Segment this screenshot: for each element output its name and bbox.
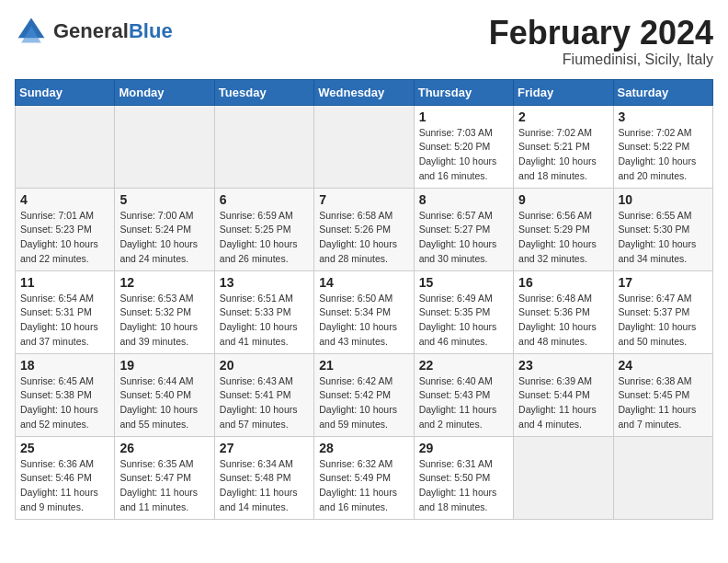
day-number: 23: [518, 358, 608, 373]
calendar-body: 1Sunrise: 7:03 AMSunset: 5:20 PMDaylight…: [16, 105, 713, 519]
day-info: Sunrise: 6:43 AMSunset: 5:41 PMDaylight:…: [220, 374, 309, 432]
day-info: Sunrise: 6:56 AMSunset: 5:29 PMDaylight:…: [518, 209, 608, 267]
logo-blue-text: Blue: [129, 19, 173, 42]
calendar-cell: 23Sunrise: 6:39 AMSunset: 5:44 PMDayligh…: [514, 353, 613, 436]
day-number: 6: [220, 192, 309, 207]
day-info: Sunrise: 6:31 AMSunset: 5:50 PMDaylight:…: [419, 457, 508, 515]
calendar-week-2: 4Sunrise: 7:01 AMSunset: 5:23 PMDaylight…: [16, 188, 713, 270]
calendar-cell: [613, 436, 712, 519]
day-info: Sunrise: 6:53 AMSunset: 5:32 PMDaylight:…: [119, 292, 209, 350]
calendar-cell: 18Sunrise: 6:45 AMSunset: 5:38 PMDayligh…: [16, 353, 115, 436]
calendar-cell: 7Sunrise: 6:58 AMSunset: 5:26 PMDaylight…: [314, 188, 414, 270]
calendar-cell: 15Sunrise: 6:49 AMSunset: 5:35 PMDayligh…: [414, 270, 513, 353]
calendar-week-3: 11Sunrise: 6:54 AMSunset: 5:31 PMDayligh…: [16, 270, 713, 353]
calendar-week-5: 25Sunrise: 6:36 AMSunset: 5:46 PMDayligh…: [16, 436, 713, 519]
day-number: 9: [518, 192, 608, 207]
day-info: Sunrise: 6:47 AMSunset: 5:37 PMDaylight:…: [619, 292, 708, 350]
day-number: 2: [518, 109, 608, 124]
day-of-week-header: SundayMondayTuesdayWednesdayThursdayFrid…: [16, 79, 713, 105]
day-of-week-monday: Monday: [115, 79, 214, 105]
calendar-cell: 10Sunrise: 6:55 AMSunset: 5:30 PMDayligh…: [613, 188, 712, 270]
calendar-table: SundayMondayTuesdayWednesdayThursdayFrid…: [15, 79, 713, 520]
calendar-week-1: 1Sunrise: 7:03 AMSunset: 5:20 PMDaylight…: [16, 105, 713, 188]
calendar-week-4: 18Sunrise: 6:45 AMSunset: 5:38 PMDayligh…: [16, 353, 713, 436]
day-number: 3: [619, 109, 708, 124]
day-info: Sunrise: 6:38 AMSunset: 5:45 PMDaylight:…: [619, 374, 708, 432]
day-number: 17: [619, 275, 708, 290]
calendar-cell: 4Sunrise: 7:01 AMSunset: 5:23 PMDaylight…: [16, 188, 115, 270]
calendar-cell: 28Sunrise: 6:32 AMSunset: 5:49 PMDayligh…: [314, 436, 414, 519]
day-of-week-tuesday: Tuesday: [214, 79, 313, 105]
day-info: Sunrise: 6:51 AMSunset: 5:33 PMDaylight:…: [220, 292, 309, 350]
day-number: 27: [220, 441, 309, 455]
day-of-week-saturday: Saturday: [613, 79, 712, 105]
calendar-cell: 17Sunrise: 6:47 AMSunset: 5:37 PMDayligh…: [613, 270, 712, 353]
day-info: Sunrise: 6:44 AMSunset: 5:40 PMDaylight:…: [119, 374, 209, 432]
day-number: 1: [419, 109, 508, 124]
day-number: 7: [319, 192, 408, 207]
day-info: Sunrise: 6:34 AMSunset: 5:48 PMDaylight:…: [220, 457, 309, 515]
day-number: 16: [518, 275, 608, 290]
title-block: February 2024 Fiumedinisi, Sicily, Italy: [489, 15, 713, 68]
day-info: Sunrise: 6:58 AMSunset: 5:26 PMDaylight:…: [319, 209, 408, 267]
day-number: 29: [419, 441, 508, 455]
day-number: 15: [419, 275, 508, 290]
day-number: 25: [20, 441, 109, 455]
calendar-cell: 26Sunrise: 6:35 AMSunset: 5:47 PMDayligh…: [115, 436, 214, 519]
day-info: Sunrise: 6:59 AMSunset: 5:25 PMDaylight:…: [220, 209, 309, 267]
day-info: Sunrise: 7:02 AMSunset: 5:22 PMDaylight:…: [619, 126, 708, 184]
day-info: Sunrise: 6:39 AMSunset: 5:44 PMDaylight:…: [518, 374, 608, 432]
day-info: Sunrise: 7:01 AMSunset: 5:23 PMDaylight:…: [20, 209, 109, 267]
day-info: Sunrise: 6:32 AMSunset: 5:49 PMDaylight:…: [319, 457, 408, 515]
day-number: 4: [20, 192, 109, 207]
calendar-cell: [115, 105, 214, 188]
calendar-cell: 9Sunrise: 6:56 AMSunset: 5:29 PMDaylight…: [514, 188, 613, 270]
day-number: 19: [119, 358, 209, 373]
calendar-cell: 1Sunrise: 7:03 AMSunset: 5:20 PMDaylight…: [414, 105, 513, 188]
day-number: 24: [619, 358, 708, 373]
day-number: 12: [119, 275, 209, 290]
calendar-cell: [16, 105, 115, 188]
day-info: Sunrise: 6:36 AMSunset: 5:46 PMDaylight:…: [20, 457, 109, 515]
day-number: 13: [220, 275, 309, 290]
calendar-cell: 14Sunrise: 6:50 AMSunset: 5:34 PMDayligh…: [314, 270, 414, 353]
calendar-cell: 25Sunrise: 6:36 AMSunset: 5:46 PMDayligh…: [16, 436, 115, 519]
day-info: Sunrise: 6:57 AMSunset: 5:27 PMDaylight:…: [419, 209, 508, 267]
day-info: Sunrise: 6:42 AMSunset: 5:42 PMDaylight:…: [319, 374, 408, 432]
calendar-cell: 27Sunrise: 6:34 AMSunset: 5:48 PMDayligh…: [214, 436, 313, 519]
calendar-cell: 3Sunrise: 7:02 AMSunset: 5:22 PMDaylight…: [613, 105, 712, 188]
day-number: 10: [619, 192, 708, 207]
calendar-cell: 13Sunrise: 6:51 AMSunset: 5:33 PMDayligh…: [214, 270, 313, 353]
day-number: 5: [119, 192, 209, 207]
day-of-week-wednesday: Wednesday: [314, 79, 414, 105]
day-of-week-sunday: Sunday: [16, 79, 115, 105]
day-info: Sunrise: 6:45 AMSunset: 5:38 PMDaylight:…: [20, 374, 109, 432]
day-number: 18: [20, 358, 109, 373]
calendar-cell: 2Sunrise: 7:02 AMSunset: 5:21 PMDaylight…: [514, 105, 613, 188]
page-title: February 2024: [489, 15, 713, 52]
calendar-cell: 19Sunrise: 6:44 AMSunset: 5:40 PMDayligh…: [115, 353, 214, 436]
calendar-cell: 24Sunrise: 6:38 AMSunset: 5:45 PMDayligh…: [613, 353, 712, 436]
logo-icon: [15, 15, 48, 48]
day-info: Sunrise: 7:02 AMSunset: 5:21 PMDaylight:…: [518, 126, 608, 184]
day-number: 11: [20, 275, 109, 290]
day-info: Sunrise: 6:50 AMSunset: 5:34 PMDaylight:…: [319, 292, 408, 350]
day-info: Sunrise: 6:55 AMSunset: 5:30 PMDaylight:…: [619, 209, 708, 267]
day-info: Sunrise: 6:40 AMSunset: 5:43 PMDaylight:…: [419, 374, 508, 432]
day-number: 22: [419, 358, 508, 373]
day-of-week-friday: Friday: [514, 79, 613, 105]
calendar-cell: 29Sunrise: 6:31 AMSunset: 5:50 PMDayligh…: [414, 436, 513, 519]
calendar-cell: 11Sunrise: 6:54 AMSunset: 5:31 PMDayligh…: [16, 270, 115, 353]
calendar-cell: 6Sunrise: 6:59 AMSunset: 5:25 PMDaylight…: [214, 188, 313, 270]
calendar-cell: 22Sunrise: 6:40 AMSunset: 5:43 PMDayligh…: [414, 353, 513, 436]
calendar-cell: 20Sunrise: 6:43 AMSunset: 5:41 PMDayligh…: [214, 353, 313, 436]
day-info: Sunrise: 6:48 AMSunset: 5:36 PMDaylight:…: [518, 292, 608, 350]
logo-general-text: General: [53, 19, 129, 42]
day-info: Sunrise: 6:54 AMSunset: 5:31 PMDaylight:…: [20, 292, 109, 350]
day-number: 8: [419, 192, 508, 207]
calendar-cell: 8Sunrise: 6:57 AMSunset: 5:27 PMDaylight…: [414, 188, 513, 270]
calendar-cell: [514, 436, 613, 519]
logo: GeneralBlue: [15, 15, 173, 48]
day-number: 14: [319, 275, 408, 290]
day-number: 28: [319, 441, 408, 455]
